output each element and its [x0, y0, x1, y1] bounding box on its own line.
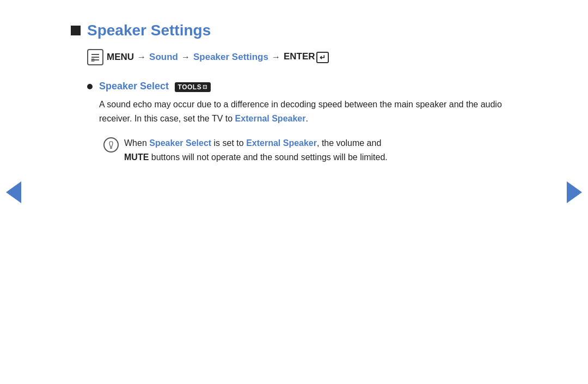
section-title-row: Speaker Settings — [71, 22, 517, 39]
menu-icon: ⊞ — [87, 49, 103, 65]
speaker-select-label: Speaker Select — [99, 81, 169, 92]
breadcrumb: ⊞ MENU → Sound → Speaker Settings → ENTE… — [87, 49, 517, 65]
section-title: Speaker Settings — [87, 22, 211, 39]
tools-badge-text: TOOLS — [178, 83, 202, 91]
left-arrow-icon — [6, 181, 21, 203]
title-square-icon — [71, 26, 81, 35]
tools-badge: TOOLS ⊡ — [175, 82, 211, 92]
bullet-dot-icon — [87, 84, 93, 89]
breadcrumb-speaker-settings: Speaker Settings — [193, 52, 268, 63]
bullet-content: Speaker Select TOOLS ⊡ — [99, 81, 211, 92]
svg-rect-4 — [111, 148, 112, 149]
external-speaker-link1: External Speaker — [235, 114, 306, 123]
breadcrumb-arrow-3: → — [272, 52, 280, 62]
description-text: A sound echo may occur due to a differen… — [99, 97, 517, 126]
breadcrumb-sound: Sound — [149, 52, 178, 63]
enter-icon: ↵ — [316, 52, 329, 63]
bullet-row: Speaker Select TOOLS ⊡ — [87, 81, 517, 92]
main-content: Speaker Settings ⊞ MENU → Sound → Speake… — [27, 0, 561, 187]
breadcrumb-arrow-2: → — [181, 52, 190, 62]
note-text-part2: is set to — [211, 138, 246, 148]
note-icon — [103, 137, 119, 153]
note-text-part4: buttons will not operate and the sound s… — [149, 153, 387, 162]
note-external-speaker-link: External Speaker — [246, 138, 317, 148]
note-mute-label: MUTE — [124, 153, 149, 162]
description-end: . — [305, 114, 308, 123]
note-text: When Speaker Select is set to External S… — [124, 136, 388, 165]
right-arrow-icon — [567, 181, 582, 203]
nav-arrow-right-button[interactable] — [566, 179, 583, 206]
breadcrumb-arrow-1: → — [137, 52, 146, 62]
note-speaker-select-link: Speaker Select — [149, 138, 211, 148]
svg-rect-0 — [91, 54, 99, 55]
note-row: When Speaker Select is set to External S… — [103, 136, 517, 165]
menu-label: MENU — [107, 52, 134, 63]
nav-arrow-left-button[interactable] — [5, 179, 22, 206]
enter-label: ENTER↵ — [284, 51, 329, 63]
bullet-section: Speaker Select TOOLS ⊡ A sound echo may … — [87, 81, 517, 165]
svg-text:⊞: ⊞ — [91, 58, 95, 62]
note-text-part1: When — [124, 138, 149, 148]
tools-icon: ⊡ — [203, 84, 207, 90]
note-text-part3: , the volume and — [317, 138, 381, 148]
